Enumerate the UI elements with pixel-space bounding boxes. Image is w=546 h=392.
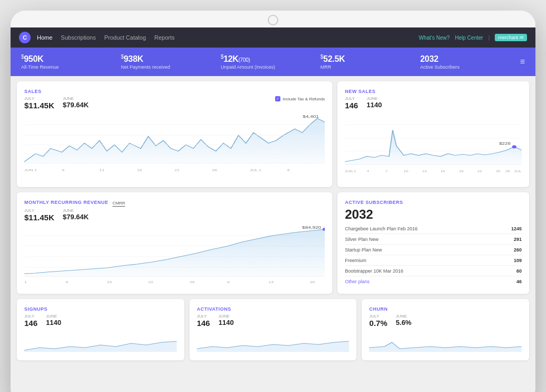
stats-bar: $950K All-Time Revenue $938K Net Payment… bbox=[11, 48, 535, 76]
svg-text:1: 1 bbox=[24, 281, 27, 284]
stat-value-revenue: $950K bbox=[21, 54, 121, 64]
navbar: C Home Subscriptions Product Catalog Rep… bbox=[11, 27, 535, 48]
merchant-label: merchant bbox=[498, 35, 518, 40]
sub-count-0: 1245 bbox=[511, 226, 522, 231]
subscriber-list: Chargebee Launch Plan Feb 2016 1245 Silv… bbox=[345, 226, 522, 286]
svg-text:22: 22 bbox=[148, 281, 153, 284]
signups-card: SIGNUPS JULY 146 JUNE 1140 bbox=[17, 299, 184, 360]
sales-june: JUNE $79.64K bbox=[63, 96, 89, 110]
nav-item-reports[interactable]: Reports bbox=[154, 33, 175, 42]
help-center-link[interactable]: Help Center bbox=[455, 35, 483, 41]
svg-text:6: 6 bbox=[227, 281, 230, 284]
other-plans-link[interactable]: Other plans bbox=[345, 279, 370, 284]
mrr-july-label: JULY bbox=[24, 208, 54, 213]
signups-june-value: 1140 bbox=[46, 319, 61, 326]
sub-row-0: Chargebee Launch Plan Feb 2016 1245 bbox=[345, 226, 522, 234]
nav-item-subscriptions[interactable]: Subscriptions bbox=[61, 33, 96, 42]
activations-june: JUNE 1140 bbox=[219, 314, 234, 328]
stat-net-payments: $938K Net Payments received bbox=[121, 54, 221, 70]
activations-card: ACTIVATIONS JULY 146 JUNE 1140 bbox=[190, 299, 357, 360]
sub-row-1: Silver Plan New 291 bbox=[345, 237, 522, 245]
nav-right: What's New? Help Center | merchant ✉ bbox=[419, 34, 527, 41]
main-content: SALES JULY $11.45K JUNE $79.64K bbox=[11, 76, 535, 392]
mrr-title: MONTHLY RECURRING REVENUE bbox=[24, 200, 108, 205]
stat-mrr: $52.5K MRR bbox=[321, 54, 420, 70]
stat-all-time-revenue: $950K All-Time Revenue bbox=[21, 54, 121, 70]
sales-period-row: JULY $11.45K JUNE $79.64K bbox=[24, 96, 89, 110]
svg-text:15: 15 bbox=[107, 281, 112, 284]
svg-text:29: 29 bbox=[190, 281, 194, 284]
svg-text:16: 16 bbox=[137, 169, 142, 172]
merchant-icon: ✉ bbox=[520, 35, 524, 40]
merchant-badge[interactable]: merchant ✉ bbox=[495, 34, 527, 41]
svg-text:$226: $226 bbox=[499, 142, 511, 146]
svg-text:JUL 1: JUL 1 bbox=[514, 170, 522, 173]
mrr-chart-container: $72.5K $65K $60.5K $60K $84,920 1 bbox=[24, 226, 325, 286]
notch-circle bbox=[268, 15, 278, 25]
new-sales-card: NEW SALES JULY 146 JUNE 1140 bbox=[337, 81, 529, 187]
device-notch bbox=[11, 11, 535, 27]
svg-text:JUL 1: JUL 1 bbox=[250, 169, 261, 172]
stat-label-net: Net Payments received bbox=[121, 64, 221, 70]
svg-text:4: 4 bbox=[367, 170, 370, 173]
new-sales-chart-container: 20K 15K 10K 5K $226 JUN 1 bbox=[345, 114, 522, 180]
new-sales-title: NEW SALES bbox=[345, 89, 522, 94]
signups-june: JUNE 1140 bbox=[46, 314, 61, 328]
stat-label-subscribers: Active Subscribers bbox=[420, 64, 520, 70]
app-container: C Home Subscriptions Product Catalog Rep… bbox=[11, 27, 535, 392]
svg-text:8: 8 bbox=[65, 281, 68, 284]
svg-text:6: 6 bbox=[62, 169, 64, 172]
stat-value-unpaid: $12K(700) bbox=[221, 54, 321, 64]
nav-divider: | bbox=[488, 35, 490, 41]
activations-title: ACTIVATIONS bbox=[197, 306, 350, 312]
sub-count-5: 46 bbox=[516, 279, 522, 284]
stat-label-revenue: All-Time Revenue bbox=[21, 64, 121, 70]
sub-count-4: 60 bbox=[516, 268, 522, 274]
sub-count-2: 260 bbox=[514, 247, 522, 253]
subscribers-card: ACTIVE SUBSCRIBERS 2032 Chargebee Launch… bbox=[337, 192, 529, 294]
new-sales-period-row: JULY 146 JUNE 1140 bbox=[345, 96, 522, 110]
include-tax-checkbox[interactable]: ✓ Include Tax & Refunds bbox=[275, 96, 325, 101]
new-sales-july-label: JULY bbox=[345, 96, 358, 101]
nav-item-product-catalog[interactable]: Product Catalog bbox=[104, 33, 146, 42]
cmrr-badge: CMRR bbox=[112, 201, 125, 207]
whats-new-link[interactable]: What's New? bbox=[419, 35, 450, 41]
activations-period-row: JULY 146 JUNE 1140 bbox=[197, 314, 350, 328]
stats-menu-icon[interactable]: ≡ bbox=[520, 57, 525, 67]
nav-items: Home Subscriptions Product Catalog Repor… bbox=[37, 33, 419, 42]
churn-period-row: JULY 0.7% JUNE 5.6% bbox=[369, 314, 522, 328]
activations-july-label: JULY bbox=[197, 314, 210, 319]
signups-mini-chart bbox=[24, 332, 177, 353]
stat-subscribers: 2032 Active Subscribers bbox=[420, 54, 520, 70]
new-sales-july-value: 146 bbox=[345, 101, 358, 110]
stat-label-mrr: MRR bbox=[321, 64, 420, 70]
nav-item-home[interactable]: Home bbox=[37, 33, 52, 42]
svg-text:21: 21 bbox=[175, 169, 180, 172]
sub-row-3: Freemium 109 bbox=[345, 258, 522, 266]
churn-june-value: 5.6% bbox=[396, 319, 412, 326]
svg-text:JUN 1: JUN 1 bbox=[345, 170, 356, 173]
churn-title: CHURN bbox=[369, 306, 522, 312]
mrr-june: JUNE $79.64K bbox=[63, 208, 89, 222]
sub-row-4: Bootstrapper 10K Mar 2016 60 bbox=[345, 268, 522, 276]
stat-value-subscribers: 2032 bbox=[420, 54, 520, 64]
subscribers-title: ACTIVE SUBSCRIBERS bbox=[345, 200, 522, 205]
sub-count-3: 109 bbox=[514, 258, 522, 263]
svg-text:19: 19 bbox=[459, 170, 464, 173]
activations-july-value: 146 bbox=[197, 319, 210, 328]
churn-mini-chart bbox=[369, 332, 522, 353]
svg-text:7: 7 bbox=[385, 170, 388, 173]
svg-text:JUN 1: JUN 1 bbox=[24, 169, 37, 172]
new-sales-june: JUNE 1140 bbox=[366, 96, 382, 110]
sales-july-label: JULY bbox=[24, 96, 54, 101]
activations-june-label: JUNE bbox=[219, 314, 234, 319]
activations-july: JULY 146 bbox=[197, 314, 210, 328]
stat-unpaid: $12K(700) Unpaid Amount (Invoices) bbox=[221, 54, 321, 70]
sub-name-4: Bootstrapper 10K Mar 2016 bbox=[345, 268, 403, 274]
new-sales-july: JULY 146 bbox=[345, 96, 358, 110]
include-tax-label: Include Tax & Refunds bbox=[283, 97, 325, 101]
sales-july-value: $11.45K bbox=[24, 101, 54, 110]
mrr-title-row: MONTHLY RECURRING REVENUE CMRR bbox=[24, 200, 325, 207]
svg-text:10: 10 bbox=[404, 170, 409, 173]
signups-period-row: JULY 146 JUNE 1140 bbox=[24, 314, 177, 328]
